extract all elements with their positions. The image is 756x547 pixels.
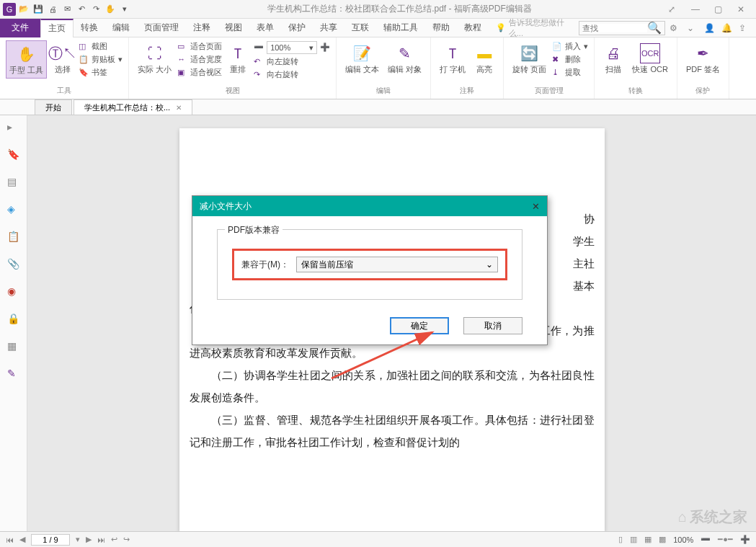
- sign-button[interactable]: ✒PDF 签名: [683, 40, 723, 76]
- minimize-ribbon-icon[interactable]: ⌄: [687, 23, 697, 33]
- tab-comment[interactable]: 注释: [186, 19, 218, 37]
- ok-button[interactable]: 确定: [390, 317, 449, 334]
- print-icon[interactable]: 🖨: [46, 3, 59, 16]
- tab-view[interactable]: 视图: [218, 19, 249, 37]
- rail-layers-icon[interactable]: ◈: [7, 203, 20, 216]
- search-input[interactable]: [582, 24, 647, 32]
- rail-bookmark-icon[interactable]: 🔖: [7, 148, 20, 161]
- fit-visible-button[interactable]: ▣适合视区: [177, 66, 222, 79]
- prev-page-icon[interactable]: ◀: [19, 535, 25, 544]
- nav-back-icon[interactable]: ↩: [111, 535, 117, 544]
- reflow-button[interactable]: Ｔ 重排: [225, 40, 251, 81]
- delete-button[interactable]: ✖删除: [552, 53, 588, 66]
- rail-fields-icon[interactable]: ▦: [7, 340, 20, 353]
- open-icon[interactable]: 📂: [17, 3, 30, 16]
- doc-tab-start[interactable]: 开始: [35, 99, 72, 115]
- tab-edit[interactable]: 编辑: [105, 19, 137, 37]
- rail-expand-icon[interactable]: ▸: [7, 121, 20, 134]
- zoom-out-button[interactable]: ➖100%▾➕: [254, 40, 330, 55]
- save-icon[interactable]: 💾: [32, 3, 45, 16]
- rail-attachments-icon[interactable]: 📎: [7, 258, 20, 271]
- qat-more-icon[interactable]: ▾: [118, 3, 131, 16]
- ribbon-collapse-icon[interactable]: ⤢: [668, 4, 678, 14]
- actual-size-button[interactable]: ⛶ 实际 大小: [135, 40, 174, 81]
- search-box[interactable]: 🔍: [579, 21, 665, 35]
- zoom-in-sb-icon[interactable]: ➕: [740, 535, 750, 544]
- gear-icon[interactable]: ⚙: [670, 23, 680, 33]
- maximize-icon[interactable]: ▢: [714, 4, 724, 14]
- page-input[interactable]: [31, 534, 70, 546]
- view-single-icon[interactable]: ▯: [618, 535, 623, 544]
- tab-form[interactable]: 表单: [249, 19, 281, 37]
- search-icon[interactable]: 🔍: [647, 21, 662, 35]
- redo-icon[interactable]: ↷: [89, 3, 102, 16]
- chevron-down-icon: ▾: [584, 42, 588, 51]
- tell-me[interactable]: 💡 告诉我您想做什么...: [496, 17, 579, 39]
- tab-tutorial[interactable]: 教程: [457, 19, 489, 37]
- edit-text-button[interactable]: 📝编辑 文本: [342, 40, 382, 76]
- rotate-left-button[interactable]: ↶向左旋转: [254, 55, 330, 68]
- bell-icon[interactable]: 🔔: [721, 23, 731, 33]
- ocr-button[interactable]: OCR快速 OCR: [629, 40, 671, 76]
- rail-comments-icon[interactable]: 📋: [7, 231, 20, 244]
- doc-tab-current[interactable]: 学生机构工作总结：校...✕: [74, 99, 192, 115]
- ribbon-group-comment: Ｔ打 字机 ▬高亮 注释: [431, 37, 504, 99]
- rail-pages-icon[interactable]: ▤: [7, 176, 20, 189]
- scan-button[interactable]: 🖨扫描: [600, 40, 626, 76]
- close-tab-icon[interactable]: ✕: [176, 104, 182, 112]
- file-menu[interactable]: 文件: [0, 19, 40, 37]
- bookmark-button[interactable]: 🔖书签: [79, 66, 123, 79]
- rotate-pages-button[interactable]: 🔄旋转 页面: [510, 40, 549, 79]
- minimize-icon[interactable]: —: [691, 4, 701, 14]
- zoom-slider[interactable]: ━●━: [718, 535, 733, 544]
- rail-signatures-icon[interactable]: ✎: [7, 368, 20, 381]
- tab-protect[interactable]: 保护: [281, 19, 313, 37]
- insert-button[interactable]: 📄插入▾: [552, 40, 588, 53]
- zoom-out-sb-icon[interactable]: ➖: [701, 535, 711, 544]
- clipboard-button[interactable]: 📋剪贴板▾: [79, 53, 123, 66]
- close-window-icon[interactable]: ✕: [737, 4, 747, 14]
- typewriter-button[interactable]: Ｔ打 字机: [437, 40, 468, 76]
- fit-width-button[interactable]: ↔适合宽度: [177, 53, 222, 66]
- tab-share[interactable]: 共享: [313, 19, 344, 37]
- tab-convert[interactable]: 转换: [74, 19, 105, 37]
- hand-qat-icon[interactable]: ✋: [104, 3, 117, 16]
- highlight-button[interactable]: ▬高亮: [471, 40, 497, 76]
- extract-button[interactable]: ⤓提取: [552, 66, 588, 79]
- first-page-icon[interactable]: ⏮: [6, 535, 14, 544]
- rotate-pages-icon: 🔄: [520, 43, 540, 63]
- view-continuous-facing-icon[interactable]: ▩: [659, 535, 666, 544]
- rotate-right-button[interactable]: ↷向右旋转: [254, 68, 330, 81]
- fit-page-button[interactable]: ▭适合页面: [177, 40, 222, 53]
- zoom-combo[interactable]: 100%▾: [267, 41, 317, 54]
- app-icon[interactable]: G: [3, 3, 16, 16]
- page-dropdown-icon[interactable]: ▾: [76, 535, 80, 544]
- comment-group-label: 注释: [437, 86, 497, 96]
- zoom-in-icon[interactable]: ➕: [320, 43, 330, 53]
- email-icon[interactable]: ✉: [61, 3, 74, 16]
- compat-combo[interactable]: 保留当前压缩 ⌄: [296, 257, 498, 272]
- hand-tool-button[interactable]: ✋ 手型 工具: [6, 40, 47, 79]
- tab-accessibility[interactable]: 辅助工具: [376, 19, 425, 37]
- nav-fwd-icon[interactable]: ↪: [123, 535, 130, 544]
- edit-object-button[interactable]: ✎编辑 对象: [385, 40, 424, 76]
- tab-pages[interactable]: 页面管理: [137, 19, 186, 37]
- watermark-icon: ⌂: [678, 509, 687, 525]
- undo-icon[interactable]: ↶: [75, 3, 88, 16]
- last-page-icon[interactable]: ⏭: [97, 535, 105, 544]
- view-continuous-icon[interactable]: ▥: [630, 535, 637, 544]
- tab-help[interactable]: 帮助: [425, 19, 457, 37]
- snapshot-button[interactable]: ◫截图: [79, 40, 123, 53]
- share-icon[interactable]: ⇪: [739, 23, 749, 33]
- tab-home[interactable]: 主页: [40, 19, 74, 37]
- cancel-button[interactable]: 取消: [463, 317, 522, 334]
- view-facing-icon[interactable]: ▦: [644, 535, 652, 544]
- next-page-icon[interactable]: ▶: [86, 535, 92, 544]
- tab-connect[interactable]: 互联: [344, 19, 376, 37]
- rail-security-icon[interactable]: 🔒: [7, 313, 20, 326]
- rail-stamps-icon[interactable]: ◉: [7, 285, 20, 298]
- select-tool-button[interactable]: Ⓣ↖ 选择: [50, 40, 76, 79]
- user-icon[interactable]: 👤: [704, 23, 714, 33]
- dialog-close-icon[interactable]: ✕: [532, 201, 540, 212]
- dialog-titlebar[interactable]: 减小文件大小 ✕: [192, 196, 547, 216]
